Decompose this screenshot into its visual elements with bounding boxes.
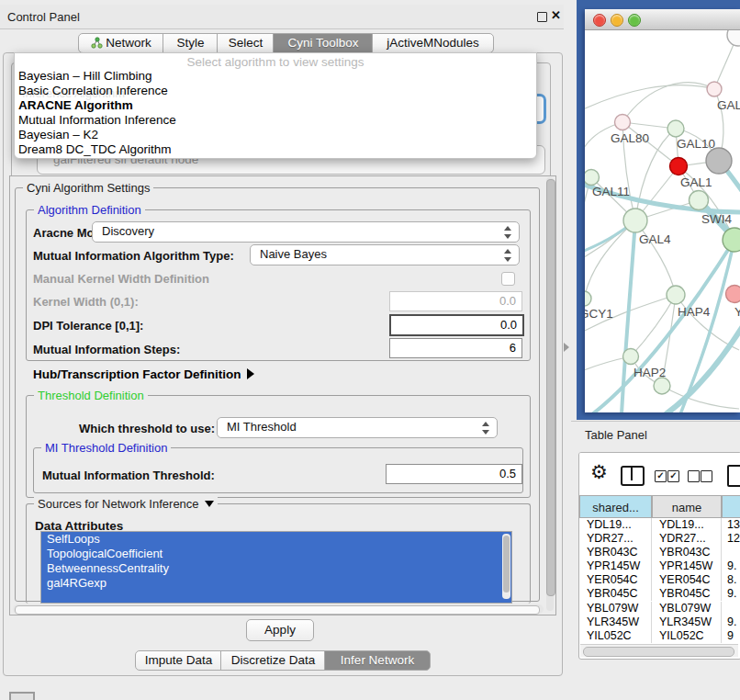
- table-cell[interactable]: YLR345W: [579, 615, 652, 629]
- network-node-gal11[interactable]: [585, 170, 600, 186]
- network-edge-thick[interactable]: [666, 326, 740, 412]
- table-cell[interactable]: YBR043C: [652, 546, 722, 559]
- close-traffic-light[interactable]: [593, 14, 606, 27]
- table-row[interactable]: YER054CYER054C8.: [579, 573, 740, 587]
- network-node[interactable]: [723, 228, 740, 252]
- table-row[interactable]: YLR345WYLR345W9.: [579, 615, 740, 629]
- scrollbar-thumb[interactable]: [583, 647, 734, 657]
- unchecked-checkbox-icon[interactable]: [688, 470, 700, 482]
- network-node-hap4[interactable]: [667, 286, 685, 304]
- network-canvas[interactable]: GALGAL80GAL10GAL1GAL11SWI4GAL4GCY1HAP4YH…: [585, 30, 740, 412]
- tab-cyni-toolbox[interactable]: Cyni Toolbox: [273, 33, 374, 53]
- tab-impute-data[interactable]: Impute Data: [135, 650, 222, 671]
- algorithm-popup-item[interactable]: ARACNE Algorithm: [15, 98, 536, 113]
- network-node-gal[interactable]: [707, 82, 722, 96]
- table-cell[interactable]: YIL052C: [652, 629, 722, 643]
- scrollbar-thumb[interactable]: [503, 536, 510, 593]
- unchecked-checkbox-icon[interactable]: [701, 470, 712, 482]
- kernel-width-field[interactable]: 0.0: [389, 291, 522, 311]
- network-node-gal10[interactable]: [667, 120, 684, 137]
- sources-toggle[interactable]: Sources for Network Inference: [34, 497, 218, 511]
- table-cell[interactable]: YLR345W: [652, 615, 722, 629]
- float-window-icon[interactable]: [537, 12, 547, 22]
- network-node[interactable]: [727, 30, 740, 46]
- network-node[interactable]: [706, 148, 732, 174]
- split-columns-icon[interactable]: [621, 466, 645, 486]
- table-cell[interactable]: 8.: [722, 573, 740, 587]
- algorithm-popup-item[interactable]: Dream8 DC_TDC Algorithm: [15, 142, 536, 157]
- table-cell[interactable]: YPR145W: [579, 559, 652, 573]
- aracne-mode-combobox[interactable]: Discovery: [92, 221, 520, 243]
- network-node-gal4[interactable]: [623, 209, 647, 232]
- table-row[interactable]: YBR045CYBR045C9.: [579, 587, 740, 601]
- settings-gear-icon[interactable]: ⚙: [590, 462, 608, 481]
- scrollbar-thumb[interactable]: [546, 179, 555, 596]
- network-node-hap2[interactable]: [623, 349, 639, 365]
- table-cell[interactable]: YDL19...: [652, 518, 722, 532]
- algorithm-popup-item[interactable]: Bayesian – K2: [15, 128, 536, 142]
- manual-kernel-checkbox[interactable]: [501, 272, 515, 286]
- table-row[interactable]: YBR043CYBR043C: [579, 546, 740, 559]
- tab-select[interactable]: Select: [217, 33, 275, 53]
- table-cell[interactable]: 9: [722, 629, 740, 643]
- network-node-gal1[interactable]: [670, 158, 688, 175]
- dpi-tolerance-field[interactable]: 0.0: [389, 314, 524, 336]
- network-window-titlebar[interactable]: [585, 9, 740, 30]
- table-cell[interactable]: 9.: [722, 559, 740, 573]
- checked-checkbox-icon[interactable]: ✓: [655, 470, 667, 482]
- mi-type-combobox[interactable]: Naive Bayes: [250, 244, 520, 265]
- data-attribute-item[interactable]: SelfLoops: [41, 532, 511, 547]
- network-node-y[interactable]: [726, 286, 740, 303]
- table-cell[interactable]: 9.: [722, 615, 740, 629]
- list-scrollbar[interactable]: [502, 534, 510, 599]
- tab-style[interactable]: Style: [163, 33, 219, 53]
- network-edge[interactable]: [622, 83, 714, 122]
- data-attributes-list[interactable]: SelfLoopsTopologicalCoefficientBetweenne…: [40, 531, 512, 604]
- settings-vertical-scrollbar[interactable]: [546, 177, 554, 611]
- table-column-header[interactable]: name: [652, 495, 722, 518]
- network-edge-thick[interactable]: [680, 240, 734, 412]
- network-node-gal80[interactable]: [615, 115, 631, 130]
- table-row[interactable]: YIL052CYIL052C9: [579, 629, 740, 643]
- tab-jactivemnodules[interactable]: jActiveMNodules: [372, 33, 494, 53]
- page-icon[interactable]: [727, 465, 740, 487]
- data-attribute-item[interactable]: BetweennessCentrality: [41, 561, 511, 576]
- network-edge[interactable]: [585, 85, 714, 111]
- table-cell[interactable]: 12: [722, 532, 740, 546]
- splitter-handle[interactable]: [564, 343, 569, 352]
- network-edge[interactable]: [631, 295, 676, 356]
- table-cell[interactable]: YDR27...: [652, 532, 722, 546]
- mi-steps-field[interactable]: 6: [389, 338, 522, 358]
- table-cell[interactable]: YDL19...: [579, 518, 652, 532]
- data-attribute-item[interactable]: TopologicalCoefficient: [41, 547, 511, 561]
- table-column-header[interactable]: A: [722, 495, 740, 518]
- tab-discretize-data[interactable]: Discretize Data: [220, 650, 326, 671]
- collapsed-panel-button[interactable]: [9, 692, 35, 700]
- apply-button[interactable]: Apply: [246, 619, 314, 641]
- tab-network[interactable]: Network: [78, 33, 164, 53]
- table-column-header[interactable]: shared...: [579, 495, 652, 518]
- algorithm-popup-item[interactable]: Bayesian – Hill Climbing: [15, 69, 536, 84]
- data-attribute-item[interactable]: [41, 591, 511, 604]
- table-row[interactable]: YDL19...YDL19...13: [579, 518, 740, 532]
- table-cell[interactable]: YDR27...: [579, 532, 652, 546]
- checked-checkbox-icon[interactable]: ✓: [667, 470, 679, 482]
- algorithm-popup-item[interactable]: Mutual Information Inference: [15, 113, 536, 128]
- which-threshold-combobox[interactable]: MI Threshold: [217, 417, 498, 438]
- close-icon[interactable]: ✕: [551, 8, 561, 22]
- table-row[interactable]: YDR27...YDR27...12: [579, 532, 740, 546]
- table-cell[interactable]: YBR045C: [652, 587, 722, 601]
- table-cell[interactable]: [722, 546, 740, 559]
- network-edge[interactable]: [585, 220, 635, 299]
- table-horizontal-scrollbar[interactable]: [580, 644, 738, 657]
- zoom-traffic-light[interactable]: [628, 14, 641, 27]
- table-cell[interactable]: YPR145W: [652, 559, 722, 573]
- data-attribute-item[interactable]: gal4RGexp: [41, 576, 511, 591]
- table-cell[interactable]: YBR043C: [579, 546, 652, 559]
- network-node-gcy1[interactable]: [585, 291, 591, 306]
- table-cell[interactable]: YER054C: [579, 573, 652, 587]
- scrollbar-thumb[interactable]: [15, 605, 540, 615]
- table-cell[interactable]: [722, 602, 740, 615]
- table-cell[interactable]: YBR045C: [579, 587, 652, 601]
- hub-definition-toggle[interactable]: Hub/Transcription Factor Definition: [33, 367, 254, 381]
